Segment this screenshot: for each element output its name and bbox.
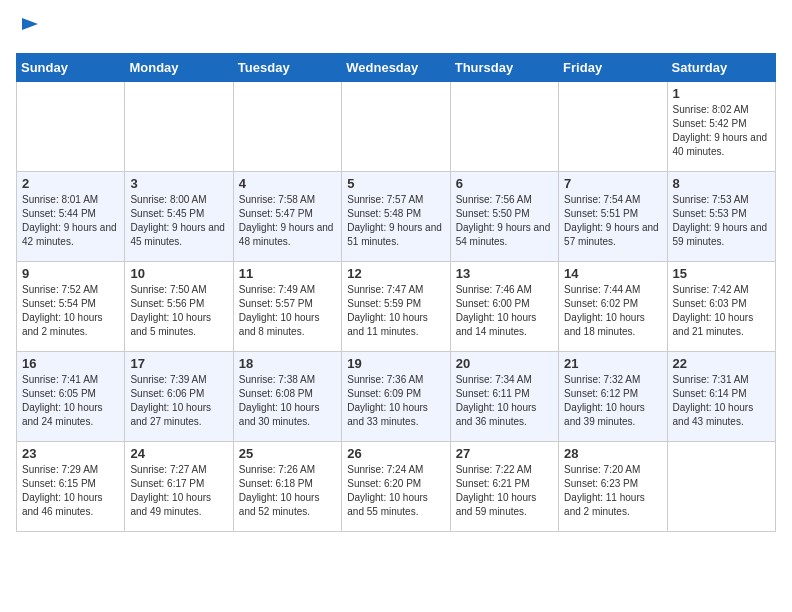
day-info: Sunrise: 7:44 AM Sunset: 6:02 PM Dayligh… [564, 283, 661, 339]
day-info: Sunrise: 7:24 AM Sunset: 6:20 PM Dayligh… [347, 463, 444, 519]
day-number: 4 [239, 176, 336, 191]
calendar-cell: 8Sunrise: 7:53 AM Sunset: 5:53 PM Daylig… [667, 172, 775, 262]
day-info: Sunrise: 7:56 AM Sunset: 5:50 PM Dayligh… [456, 193, 553, 249]
calendar-cell: 13Sunrise: 7:46 AM Sunset: 6:00 PM Dayli… [450, 262, 558, 352]
day-info: Sunrise: 7:49 AM Sunset: 5:57 PM Dayligh… [239, 283, 336, 339]
weekday-header: Saturday [667, 54, 775, 82]
calendar-cell: 28Sunrise: 7:20 AM Sunset: 6:23 PM Dayli… [559, 442, 667, 532]
calendar-cell: 26Sunrise: 7:24 AM Sunset: 6:20 PM Dayli… [342, 442, 450, 532]
day-info: Sunrise: 7:47 AM Sunset: 5:59 PM Dayligh… [347, 283, 444, 339]
weekday-header: Wednesday [342, 54, 450, 82]
calendar-cell [17, 82, 125, 172]
calendar-cell: 9Sunrise: 7:52 AM Sunset: 5:54 PM Daylig… [17, 262, 125, 352]
calendar-cell: 1Sunrise: 8:02 AM Sunset: 5:42 PM Daylig… [667, 82, 775, 172]
calendar-cell: 4Sunrise: 7:58 AM Sunset: 5:47 PM Daylig… [233, 172, 341, 262]
day-number: 26 [347, 446, 444, 461]
calendar-cell: 16Sunrise: 7:41 AM Sunset: 6:05 PM Dayli… [17, 352, 125, 442]
calendar-week-row: 9Sunrise: 7:52 AM Sunset: 5:54 PM Daylig… [17, 262, 776, 352]
calendar-cell: 19Sunrise: 7:36 AM Sunset: 6:09 PM Dayli… [342, 352, 450, 442]
day-info: Sunrise: 7:52 AM Sunset: 5:54 PM Dayligh… [22, 283, 119, 339]
day-info: Sunrise: 7:53 AM Sunset: 5:53 PM Dayligh… [673, 193, 770, 249]
calendar-cell: 23Sunrise: 7:29 AM Sunset: 6:15 PM Dayli… [17, 442, 125, 532]
day-info: Sunrise: 7:41 AM Sunset: 6:05 PM Dayligh… [22, 373, 119, 429]
day-number: 1 [673, 86, 770, 101]
day-info: Sunrise: 8:02 AM Sunset: 5:42 PM Dayligh… [673, 103, 770, 159]
day-number: 23 [22, 446, 119, 461]
calendar-week-row: 2Sunrise: 8:01 AM Sunset: 5:44 PM Daylig… [17, 172, 776, 262]
calendar-week-row: 1Sunrise: 8:02 AM Sunset: 5:42 PM Daylig… [17, 82, 776, 172]
svg-marker-0 [22, 18, 38, 30]
day-info: Sunrise: 7:32 AM Sunset: 6:12 PM Dayligh… [564, 373, 661, 429]
day-number: 19 [347, 356, 444, 371]
calendar-cell [450, 82, 558, 172]
day-info: Sunrise: 7:31 AM Sunset: 6:14 PM Dayligh… [673, 373, 770, 429]
day-info: Sunrise: 7:29 AM Sunset: 6:15 PM Dayligh… [22, 463, 119, 519]
day-number: 27 [456, 446, 553, 461]
day-info: Sunrise: 7:42 AM Sunset: 6:03 PM Dayligh… [673, 283, 770, 339]
calendar-cell [342, 82, 450, 172]
calendar-cell [559, 82, 667, 172]
calendar-cell: 12Sunrise: 7:47 AM Sunset: 5:59 PM Dayli… [342, 262, 450, 352]
day-info: Sunrise: 7:22 AM Sunset: 6:21 PM Dayligh… [456, 463, 553, 519]
day-info: Sunrise: 7:50 AM Sunset: 5:56 PM Dayligh… [130, 283, 227, 339]
weekday-header: Tuesday [233, 54, 341, 82]
calendar-cell: 25Sunrise: 7:26 AM Sunset: 6:18 PM Dayli… [233, 442, 341, 532]
weekday-header: Thursday [450, 54, 558, 82]
logo [16, 16, 42, 45]
day-info: Sunrise: 7:36 AM Sunset: 6:09 PM Dayligh… [347, 373, 444, 429]
calendar-cell: 11Sunrise: 7:49 AM Sunset: 5:57 PM Dayli… [233, 262, 341, 352]
calendar-cell: 2Sunrise: 8:01 AM Sunset: 5:44 PM Daylig… [17, 172, 125, 262]
day-info: Sunrise: 7:57 AM Sunset: 5:48 PM Dayligh… [347, 193, 444, 249]
day-number: 13 [456, 266, 553, 281]
day-info: Sunrise: 7:58 AM Sunset: 5:47 PM Dayligh… [239, 193, 336, 249]
calendar-cell: 20Sunrise: 7:34 AM Sunset: 6:11 PM Dayli… [450, 352, 558, 442]
calendar-header-row: SundayMondayTuesdayWednesdayThursdayFrid… [17, 54, 776, 82]
day-number: 6 [456, 176, 553, 191]
page-header [16, 16, 776, 45]
day-number: 20 [456, 356, 553, 371]
calendar-table: SundayMondayTuesdayWednesdayThursdayFrid… [16, 53, 776, 532]
day-number: 10 [130, 266, 227, 281]
day-number: 12 [347, 266, 444, 281]
calendar-cell: 24Sunrise: 7:27 AM Sunset: 6:17 PM Dayli… [125, 442, 233, 532]
calendar-week-row: 23Sunrise: 7:29 AM Sunset: 6:15 PM Dayli… [17, 442, 776, 532]
weekday-header: Friday [559, 54, 667, 82]
day-info: Sunrise: 7:46 AM Sunset: 6:00 PM Dayligh… [456, 283, 553, 339]
logo-flag-icon [18, 16, 42, 40]
day-number: 25 [239, 446, 336, 461]
day-number: 5 [347, 176, 444, 191]
day-number: 8 [673, 176, 770, 191]
calendar-cell [233, 82, 341, 172]
calendar-cell: 27Sunrise: 7:22 AM Sunset: 6:21 PM Dayli… [450, 442, 558, 532]
day-info: Sunrise: 7:38 AM Sunset: 6:08 PM Dayligh… [239, 373, 336, 429]
day-info: Sunrise: 7:27 AM Sunset: 6:17 PM Dayligh… [130, 463, 227, 519]
day-number: 24 [130, 446, 227, 461]
day-info: Sunrise: 7:39 AM Sunset: 6:06 PM Dayligh… [130, 373, 227, 429]
day-number: 28 [564, 446, 661, 461]
day-number: 11 [239, 266, 336, 281]
day-number: 14 [564, 266, 661, 281]
day-number: 15 [673, 266, 770, 281]
weekday-header: Sunday [17, 54, 125, 82]
calendar-cell: 10Sunrise: 7:50 AM Sunset: 5:56 PM Dayli… [125, 262, 233, 352]
calendar-cell: 14Sunrise: 7:44 AM Sunset: 6:02 PM Dayli… [559, 262, 667, 352]
day-info: Sunrise: 7:34 AM Sunset: 6:11 PM Dayligh… [456, 373, 553, 429]
calendar-cell [125, 82, 233, 172]
day-info: Sunrise: 8:00 AM Sunset: 5:45 PM Dayligh… [130, 193, 227, 249]
calendar-cell: 5Sunrise: 7:57 AM Sunset: 5:48 PM Daylig… [342, 172, 450, 262]
weekday-header: Monday [125, 54, 233, 82]
calendar-cell: 7Sunrise: 7:54 AM Sunset: 5:51 PM Daylig… [559, 172, 667, 262]
day-info: Sunrise: 7:20 AM Sunset: 6:23 PM Dayligh… [564, 463, 661, 519]
calendar-week-row: 16Sunrise: 7:41 AM Sunset: 6:05 PM Dayli… [17, 352, 776, 442]
calendar-cell: 22Sunrise: 7:31 AM Sunset: 6:14 PM Dayli… [667, 352, 775, 442]
day-info: Sunrise: 8:01 AM Sunset: 5:44 PM Dayligh… [22, 193, 119, 249]
calendar-cell [667, 442, 775, 532]
day-number: 2 [22, 176, 119, 191]
day-number: 18 [239, 356, 336, 371]
day-number: 22 [673, 356, 770, 371]
calendar-cell: 21Sunrise: 7:32 AM Sunset: 6:12 PM Dayli… [559, 352, 667, 442]
day-info: Sunrise: 7:54 AM Sunset: 5:51 PM Dayligh… [564, 193, 661, 249]
day-number: 16 [22, 356, 119, 371]
day-number: 17 [130, 356, 227, 371]
day-info: Sunrise: 7:26 AM Sunset: 6:18 PM Dayligh… [239, 463, 336, 519]
